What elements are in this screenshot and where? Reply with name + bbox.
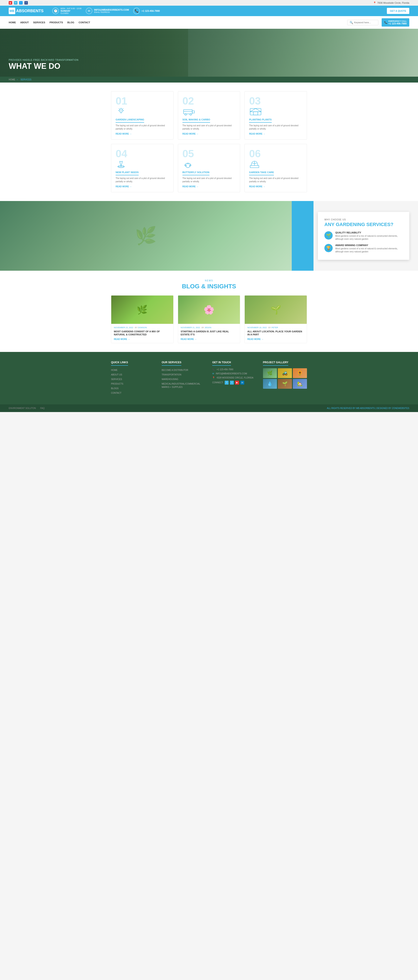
service-desc-6: The laying out and care of a plot of gro… [249, 177, 302, 183]
why-left-image: 🌿 [0, 201, 292, 271]
search-input[interactable] [354, 21, 376, 24]
footer-gallery-img-3[interactable]: 🌻 [293, 368, 307, 378]
logo[interactable]: MB ABSORBENTS [9, 8, 43, 14]
service-desc-3: The laying out and care of a plot of gro… [249, 124, 302, 130]
service-number-2: 02 [183, 96, 236, 106]
footer-link-about[interactable]: ABOUT US [111, 374, 122, 376]
email-icon[interactable]: ✉ [14, 1, 17, 5]
blog-body-2: NOVEMBER 21, 2022 · BY JESON STARTING A … [178, 324, 240, 343]
blog-body-1: NOVEMBER 23, 2022 · BY DOMSON MOST GARDE… [111, 324, 173, 343]
breadcrumb: HOME › SERVICES [0, 77, 418, 83]
footer-link-services[interactable]: SERVICES [111, 378, 122, 380]
nav-services[interactable]: SERVICES [33, 21, 45, 24]
logo-text: ABSORBENTS [16, 9, 43, 13]
search-icon: 🔍 [350, 21, 353, 24]
youtube-icon[interactable]: ▶ [9, 1, 12, 5]
footer-gallery-img-4[interactable]: 💧 [263, 379, 277, 389]
services-grid: 01 GARDEN LANDSCAPING The laying out and… [111, 91, 307, 192]
email-block[interactable]: ✉ INFO@MBABSORBENTS.COM EMAIL ADDRESS [86, 7, 129, 14]
blog-meta-3: NOVEMBER 19, 2022 · BY PETER [247, 326, 304, 329]
nav-blog[interactable]: BLOG [67, 21, 74, 24]
footer-quick-links-title: QUICK LINKS [111, 361, 128, 366]
schedule-block: 🕐 MON - SAT 9.00 - 13:00 SUNDAY CLOSED [52, 7, 81, 14]
footer-phone-icon: 📞 [212, 368, 215, 371]
email-header-icon: ✉ [86, 8, 92, 14]
service-readmore-2[interactable]: READ MORE [183, 133, 236, 135]
why-item-2-icon: 🏆 [324, 244, 333, 252]
footer-address-text: 4328 WOODSIDE CIRCLE, FLORIDA [217, 377, 253, 379]
site-footer: QUICK LINKS HOME ABOUT US SERVICES PRODU… [0, 352, 418, 404]
footer-gallery-img-1[interactable]: 🌿 [263, 368, 277, 378]
footer-service-2[interactable]: TRANSPORTATION [162, 374, 181, 376]
footer-touch-title: GET IN TOUCH [212, 361, 231, 366]
blog-card-1: 🌿 NOVEMBER 23, 2022 · BY DOMSON MOST GAR… [111, 295, 173, 343]
footer-gallery-img-6[interactable]: 🏡 [293, 379, 307, 389]
nav-products[interactable]: PRODUCTS [50, 21, 63, 24]
service-number-1: 01 [116, 96, 169, 106]
service-title-5: BUTTERFLY SOLUTION [183, 171, 210, 175]
blog-readmore-3[interactable]: READ MORE [247, 338, 304, 340]
twitter-icon[interactable]: t [19, 1, 23, 5]
footer-link-products[interactable]: PRODUCTS [111, 383, 123, 385]
svg-rect-8 [184, 110, 192, 114]
breadcrumb-home[interactable]: HOME [9, 78, 15, 81]
emergency-call-block[interactable]: 📞 EMERGENCY CALL +1 123-456-7880 [381, 18, 409, 27]
blog-image-2: 🌸 [178, 296, 240, 324]
service-number-6: 06 [249, 148, 302, 159]
footer-bottom-faq[interactable]: FAQ [40, 407, 45, 409]
service-readmore-3[interactable]: READ MORE [249, 133, 302, 135]
top-bar: ▶ ✉ t f 📍 7836 Woodside Circle, Florida [0, 0, 418, 6]
blog-image-3: 🌱 [245, 296, 307, 324]
nav-about[interactable]: ABOUT [20, 21, 29, 24]
services-section: 01 GARDEN LANDSCAPING The laying out and… [0, 83, 418, 201]
service-readmore-6[interactable]: READ MORE [249, 185, 302, 188]
service-icon-6 [249, 160, 260, 169]
service-readmore-5[interactable]: READ MORE [183, 185, 236, 188]
footer-quick-links-list: HOME ABOUT US SERVICES PRODUCTS BLOGS CO… [111, 368, 155, 395]
clock-icon: 🕐 [52, 8, 59, 14]
footer-contact: GET IN TOUCH 📞 +1 123-456-7890 ✉ INFO@MB… [212, 361, 256, 396]
hero-section: PROVIDES HASSLE-FREE BACKYARD TRANSFORMA… [0, 29, 418, 77]
nav-contact[interactable]: CONTACT [79, 21, 90, 24]
service-card-1: 01 GARDEN LANDSCAPING The laying out and… [111, 91, 173, 140]
hero-subtitle: PROVIDES HASSLE-FREE BACKYARD TRANSFORMA… [9, 59, 79, 61]
footer-link-contact[interactable]: CONTACT [111, 392, 121, 394]
footer-link-blogs[interactable]: BLOGS [111, 387, 118, 390]
blog-card-title-3: ALL ABOUT LOCATION. PLACE YOUR GARDEN IN… [247, 330, 304, 336]
svg-line-6 [122, 108, 123, 109]
why-blue-stripe [292, 201, 313, 271]
footer-social-tw[interactable]: t [230, 381, 234, 385]
footer-social-yt[interactable]: ▶ [235, 381, 239, 385]
blog-readmore-2[interactable]: READ MORE [181, 338, 237, 340]
service-readmore-1[interactable]: READ MORE [116, 133, 169, 135]
get-quote-button[interactable]: GET A QUOTE [387, 8, 409, 14]
designer-link[interactable]: ZONEWEBSITES [392, 407, 409, 409]
footer-gallery-img-5[interactable]: 🌱 [278, 379, 292, 389]
service-desc-1: The laying out and care of a plot of gro… [116, 124, 169, 130]
footer-gallery-img-2[interactable]: 🚜 [278, 368, 292, 378]
nav-home[interactable]: HOME [9, 21, 16, 24]
phone-block[interactable]: 📞 +1 123-456-7880 [133, 7, 160, 14]
footer-service-3[interactable]: WAREHOUSING [162, 378, 178, 380]
service-readmore-4[interactable]: READ MORE [116, 185, 169, 188]
footer-social-in[interactable]: in [240, 381, 244, 385]
footer-link-home[interactable]: HOME [111, 369, 118, 371]
search-bar[interactable]: 🔍 [347, 20, 378, 25]
social-links[interactable]: ▶ ✉ t f [9, 1, 28, 5]
footer-bottom-env[interactable]: ENVIRONMENT SOLUTON [9, 407, 36, 409]
svg-point-7 [121, 110, 122, 111]
blog-image-1: 🌿 [111, 296, 173, 324]
footer-social-fb[interactable]: f [225, 381, 229, 385]
facebook-icon[interactable]: f [24, 1, 28, 5]
why-sub-label: WHY CHOOSE US [324, 218, 403, 221]
footer-email-item: ✉ INFO@MBABSORBENTS.COM [212, 372, 256, 375]
why-item-1-icon: 🌱 [324, 231, 333, 240]
service-card-2: 02 SOIL MAKING & CARBO The laying out an… [178, 91, 240, 140]
blog-readmore-1[interactable]: READ MORE [114, 338, 171, 340]
hero-title: WHAT WE DO [9, 62, 79, 70]
footer-email-text: INFO@MBABSORBENTS.COM [216, 372, 247, 375]
footer-services: OUR SERVICES BECOME A DISTRIBUTOR TRANSP… [162, 361, 206, 396]
footer-service-1[interactable]: BECOME A DISTRIBUTOR [162, 369, 188, 371]
why-main-title: ANY GARDENING SERVICES? [324, 222, 403, 227]
footer-service-4[interactable]: MEDICAL/INDUSTRIAL/COMMERCIAL MARKS + SU… [162, 383, 200, 388]
